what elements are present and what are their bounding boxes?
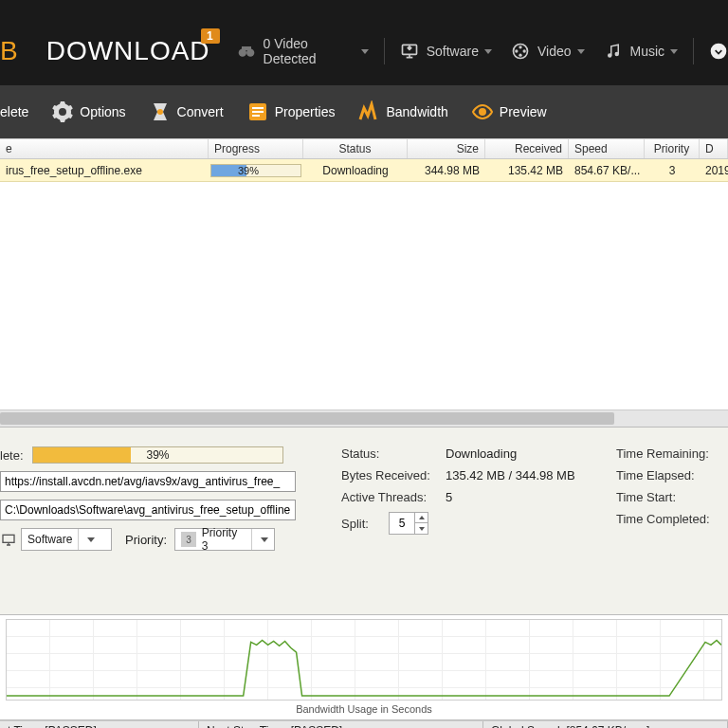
- cell-size: 344.98 MB: [408, 164, 485, 177]
- svg-rect-16: [252, 115, 260, 117]
- threads-label: Active Threads:: [341, 490, 446, 504]
- table-header: e Progress Status Size Received Speed Pr…: [0, 138, 728, 159]
- time-completed-label: Time Completed:: [616, 512, 720, 526]
- status-bar: t Time: [PASSED] Next Stop Time: [PASSED…: [0, 720, 728, 728]
- caret-down-icon: [484, 49, 492, 54]
- cell-priority: 3: [645, 164, 700, 177]
- url-field[interactable]: [0, 471, 296, 492]
- svg-rect-14: [252, 107, 264, 109]
- category-value: Software: [27, 533, 72, 546]
- table-row[interactable]: irus_free_setup_offline.exe 39% Download…: [0, 159, 728, 182]
- binoculars-icon: [237, 42, 256, 61]
- split-label: Split:: [341, 517, 389, 531]
- spin-down-icon[interactable]: [414, 523, 428, 534]
- category-icon: [0, 531, 17, 548]
- svg-point-12: [157, 109, 163, 115]
- time-elapsed-label: Time Elapsed:: [616, 468, 720, 482]
- col-size[interactable]: Size: [408, 139, 485, 158]
- spin-up-icon[interactable]: [414, 513, 428, 523]
- col-name[interactable]: e: [0, 139, 209, 158]
- col-speed[interactable]: Speed: [569, 139, 645, 158]
- bandwidth-icon: [357, 100, 380, 123]
- bandwidth-graph: [6, 619, 722, 701]
- bytes-value: 135.42 MB / 344.98 MB: [446, 468, 575, 482]
- svg-rect-18: [3, 535, 14, 542]
- col-date[interactable]: D: [700, 139, 728, 158]
- gear-icon: [51, 100, 74, 123]
- col-priority[interactable]: Priority: [645, 139, 700, 158]
- software-dropdown[interactable]: Software: [391, 30, 501, 72]
- split-input[interactable]: [390, 517, 414, 530]
- status-value: Downloading: [446, 446, 517, 461]
- video-dropdown[interactable]: Video: [501, 30, 594, 72]
- svg-point-9: [608, 54, 610, 57]
- svg-point-11: [711, 44, 727, 60]
- category-combo[interactable]: Software: [21, 528, 112, 551]
- film-reel-icon: [511, 42, 530, 61]
- video-detected-dropdown[interactable]: 0 Video Detected: [228, 30, 378, 72]
- notification-badge[interactable]: 1: [201, 28, 220, 44]
- priority-label: Priority:: [125, 533, 167, 547]
- convert-icon: [149, 100, 172, 123]
- convert-button[interactable]: Convert: [137, 85, 235, 138]
- svg-point-17: [480, 109, 485, 115]
- col-progress[interactable]: Progress: [209, 139, 303, 158]
- scrollbar-thumb[interactable]: [0, 412, 614, 425]
- app-title: DOWNLOAD 1: [46, 36, 210, 66]
- preview-button[interactable]: Preview: [460, 85, 558, 138]
- cell-date: 2019,: [700, 164, 728, 177]
- music-label: Music: [630, 44, 665, 59]
- properties-button[interactable]: Properties: [235, 85, 347, 138]
- music-dropdown[interactable]: Music: [594, 30, 688, 72]
- music-note-icon: [604, 42, 623, 61]
- svg-point-10: [615, 53, 618, 56]
- bandwidth-button[interactable]: Bandwidth: [346, 85, 459, 138]
- video-detected-label: 0 Video Detected: [264, 36, 355, 66]
- bytes-label: Bytes Received:: [341, 468, 446, 482]
- chevron-down-icon: [251, 529, 270, 550]
- details-panel: lete: 39% Software Priority: 3 Priority …: [0, 427, 728, 614]
- complete-pct: 39%: [33, 448, 282, 462]
- circle-down-icon: [709, 42, 728, 61]
- delete-button[interactable]: elete: [0, 85, 40, 138]
- status-label: Status:: [341, 446, 446, 461]
- more-dropdown[interactable]: [700, 30, 728, 72]
- bandwidth-graph-panel: Bandwidth Usage in Seconds: [0, 614, 728, 720]
- priority-value: Priority 3: [202, 526, 246, 553]
- cell-received: 135.42 MB: [485, 164, 569, 177]
- complete-progressbar: 39%: [32, 446, 283, 464]
- svg-rect-15: [252, 111, 264, 113]
- col-status[interactable]: Status: [303, 139, 408, 158]
- table-empty-area: [0, 182, 728, 410]
- priority-num-icon: 3: [181, 532, 196, 547]
- convert-label: Convert: [177, 104, 224, 119]
- graph-label: Bandwidth Usage in Seconds: [6, 701, 722, 715]
- time-remaining-label: Time Remaining:: [616, 446, 720, 461]
- svg-point-7: [522, 49, 525, 52]
- bandwidth-label: Bandwidth: [386, 104, 447, 119]
- horizontal-scrollbar[interactable]: [0, 410, 728, 427]
- caret-down-icon: [577, 49, 585, 54]
- divider: [693, 38, 694, 64]
- options-label: Options: [80, 104, 125, 119]
- software-label: Software: [427, 44, 479, 59]
- divider: [384, 38, 385, 64]
- svg-point-6: [515, 49, 518, 52]
- split-stepper[interactable]: [389, 512, 428, 535]
- status-start-time: t Time: [PASSED]: [0, 721, 199, 728]
- preview-label: Preview: [500, 104, 547, 119]
- svg-point-5: [519, 46, 521, 48]
- cell-name: irus_free_setup_offline.exe: [0, 164, 209, 177]
- path-field[interactable]: [0, 500, 296, 520]
- priority-combo[interactable]: 3 Priority 3: [174, 528, 275, 551]
- properties-label: Properties: [275, 104, 336, 119]
- svg-rect-2: [242, 46, 251, 50]
- delete-label: elete: [0, 104, 28, 119]
- status-stop-time: Next Stop Time: [PASSED]: [199, 721, 483, 728]
- app-title-text: DOWNLOAD: [46, 36, 210, 65]
- col-received[interactable]: Received: [485, 139, 569, 158]
- time-start-label: Time Start:: [616, 490, 720, 504]
- options-button[interactable]: Options: [40, 85, 136, 138]
- eye-icon: [471, 100, 494, 123]
- svg-point-8: [519, 54, 521, 57]
